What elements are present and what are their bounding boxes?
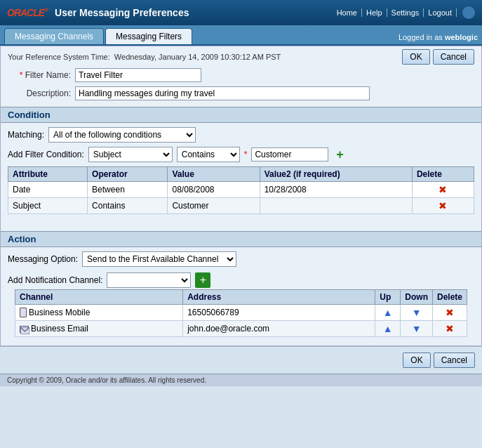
condition-section-header: Condition: [1, 107, 481, 123]
add-filter-label: Add Filter Condition:: [8, 150, 84, 159]
tab-messaging-channels[interactable]: Messaging Channels: [4, 28, 104, 44]
condition-table: Attribute Operator Value Value2 (if requ…: [8, 166, 474, 214]
matching-row: Matching: All of the following condition…: [8, 127, 474, 143]
description-row: Description:: [1, 84, 481, 103]
table-row: Business Email john.doe@oracle.com ▲ ▼ ✖: [15, 321, 467, 337]
filter-value-input[interactable]: [251, 147, 328, 162]
attribute-select[interactable]: Subject Date From To Body: [88, 147, 173, 162]
description-label: Description:: [8, 88, 71, 98]
filter-name-input[interactable]: [75, 68, 201, 82]
channel-table-wrap: Channel Address Up Down Delete Business …: [8, 289, 474, 341]
messaging-option-select[interactable]: Send to the First Available Channel Send…: [82, 251, 236, 267]
add-filter-condition-row: Add Filter Condition: Subject Date From …: [8, 147, 474, 162]
ref-system-time: Your Reference System Time: Wednesday, J…: [8, 53, 281, 61]
matching-label: Matching:: [8, 130, 44, 140]
mobile-icon: [20, 308, 27, 317]
delete-ch-cell[interactable]: ✖: [432, 305, 467, 321]
matching-select[interactable]: All of the following conditions Any of t…: [48, 127, 196, 143]
add-notification-row: Add Notification Channel: +: [8, 271, 474, 289]
col-attribute: Attribute: [8, 167, 88, 182]
down-cell[interactable]: ▼: [401, 305, 433, 321]
col-value2: Value2 (if required): [260, 167, 412, 182]
main-content: Your Reference System Time: Wednesday, J…: [0, 46, 482, 346]
top-ok-button[interactable]: OK: [402, 49, 429, 65]
tabs-bar: Messaging Channels Messaging Filters Log…: [0, 25, 482, 46]
messaging-option-label: Messaging Option:: [8, 254, 78, 264]
add-notification-label: Add Notification Channel:: [8, 275, 102, 285]
channel-cell: Business Mobile: [15, 305, 183, 321]
add-condition-button[interactable]: +: [333, 147, 347, 162]
footer: Copyright © 2009, Oracle and/or its affi…: [0, 374, 482, 386]
col-value: Value: [168, 167, 260, 182]
nav-home[interactable]: Home: [333, 8, 362, 17]
oracle-logo: ORACLE®: [7, 7, 48, 18]
description-input[interactable]: [75, 86, 370, 100]
table-row: Business Mobile 16505066789 ▲ ▼ ✖: [15, 305, 467, 321]
table-row: Subject Contains Customer ✖: [8, 198, 474, 214]
attr-cell: Subject: [8, 198, 88, 214]
logo-area: ORACLE® User Messaging Preferences: [7, 7, 189, 18]
nav-logout[interactable]: Logout: [424, 8, 457, 17]
app-title: User Messaging Preferences: [55, 7, 189, 18]
op-cell: Between: [88, 182, 168, 198]
filter-name-row: * Filter Name:: [1, 66, 481, 84]
address-cell: john.doe@oracle.com: [183, 321, 375, 337]
col-address: Address: [183, 290, 375, 305]
col-delete-ch: Delete: [432, 290, 467, 305]
delete-cell[interactable]: ✖: [412, 182, 474, 198]
address-cell: 16505066789: [183, 305, 375, 321]
action-section-header: Action: [1, 231, 481, 247]
email-icon: [20, 326, 29, 333]
condition-table-wrap: Attribute Operator Value Value2 (if requ…: [8, 166, 474, 223]
channel-table: Channel Address Up Down Delete Business …: [15, 289, 467, 337]
bottom-ok-button[interactable]: OK: [403, 353, 430, 368]
val-cell: Customer: [168, 198, 260, 214]
delete-icon[interactable]: ✖: [439, 200, 447, 211]
down-icon[interactable]: ▼: [412, 323, 422, 334]
val2-cell: [260, 198, 412, 214]
val-cell: 08/08/2008: [168, 182, 260, 198]
login-status: Logged in as weblogic: [399, 33, 478, 44]
up-icon[interactable]: ▲: [383, 307, 393, 318]
notification-channel-select[interactable]: [107, 272, 191, 288]
delete-channel-icon[interactable]: ✖: [446, 323, 454, 334]
nav-help[interactable]: Help: [362, 8, 387, 17]
up-icon[interactable]: ▲: [383, 323, 393, 334]
app-header: ORACLE® User Messaging Preferences Home …: [0, 0, 482, 25]
delete-ch-cell[interactable]: ✖: [432, 321, 467, 337]
delete-icon[interactable]: ✖: [439, 184, 447, 195]
messaging-option-row: Messaging Option: Send to the First Avai…: [8, 251, 474, 267]
tab-messaging-filters[interactable]: Messaging Filters: [105, 28, 192, 44]
header-nav: Home Help Settings Logout: [333, 6, 475, 19]
op-cell: Contains: [88, 198, 168, 214]
top-cancel-button[interactable]: Cancel: [433, 49, 474, 65]
col-up: Up: [375, 290, 401, 305]
user-icon: [462, 6, 475, 19]
add-channel-button[interactable]: +: [195, 272, 210, 288]
val2-cell: 10/28/2008: [260, 182, 412, 198]
required-marker: *: [244, 150, 248, 159]
col-down: Down: [401, 290, 433, 305]
down-cell[interactable]: ▼: [401, 321, 433, 337]
table-row: Date Between 08/08/2008 10/28/2008 ✖: [8, 182, 474, 198]
nav-settings[interactable]: Settings: [387, 8, 424, 17]
copyright-text: Copyright © 2009, Oracle and/or its affi…: [7, 376, 206, 384]
up-cell[interactable]: ▲: [375, 321, 401, 337]
attr-cell: Date: [8, 182, 88, 198]
channel-cell: Business Email: [15, 321, 183, 337]
col-operator: Operator: [88, 167, 168, 182]
bottom-cancel-button[interactable]: Cancel: [434, 353, 475, 368]
action-section-body: Messaging Option: Send to the First Avai…: [1, 247, 481, 345]
col-delete: Delete: [412, 167, 474, 182]
operator-select[interactable]: Contains Equals Starts with Ends with Be…: [177, 147, 240, 162]
down-icon[interactable]: ▼: [412, 307, 422, 318]
bottom-actions: OK Cancel: [0, 346, 482, 374]
condition-section-body: Matching: All of the following condition…: [1, 123, 481, 227]
delete-channel-icon[interactable]: ✖: [446, 307, 454, 318]
col-channel: Channel: [15, 290, 183, 305]
filter-name-label: * Filter Name:: [8, 70, 71, 80]
up-cell[interactable]: ▲: [375, 305, 401, 321]
delete-cell[interactable]: ✖: [412, 198, 474, 214]
